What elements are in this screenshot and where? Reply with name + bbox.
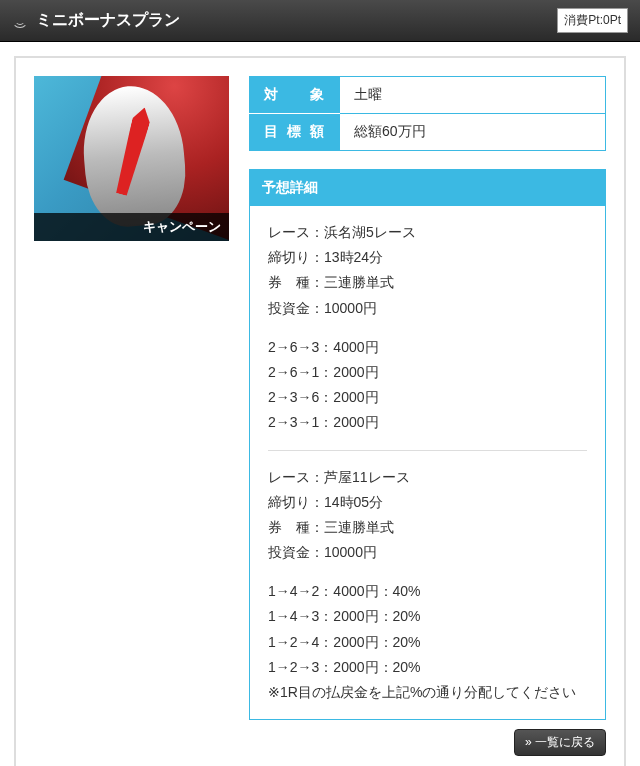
page-title: ミニボーナスプラン: [36, 10, 180, 31]
back-button[interactable]: » 一覧に戻る: [514, 729, 606, 756]
info-value-goal: 総額60万円: [340, 114, 606, 151]
race2-info: レース：芦屋11レース 締切り：14時05分 券 種：三連勝単式 投資金：100…: [268, 465, 587, 566]
header-left: ミニボーナスプラン: [12, 10, 180, 31]
info-value-target: 土曜: [340, 77, 606, 114]
race1-bets: 2→6→3：4000円 2→6→1：2000円 2→3→6：2000円 2→3→…: [268, 335, 587, 436]
content-panel: キャンペーン 対 象 土曜 目標額 総額60万円 予想詳細 レース：浜名湖5レー…: [14, 56, 626, 766]
race2-line: 投資金：10000円: [268, 540, 587, 565]
race1-line: 投資金：10000円: [268, 296, 587, 321]
race2-bets: 1→4→2：4000円：40% 1→4→3：2000円：20% 1→2→4：20…: [268, 579, 587, 705]
race2-line: 締切り：14時05分: [268, 490, 587, 515]
detail-heading: 予想詳細: [250, 170, 605, 206]
race1-line: 券 種：三連勝単式: [268, 270, 587, 295]
info-row-goal: 目標額 総額60万円: [250, 114, 606, 151]
bet-line: 2→3→1：2000円: [268, 410, 587, 435]
info-label-goal: 目標額: [250, 114, 340, 151]
race1-info: レース：浜名湖5レース 締切り：13時24分 券 種：三連勝単式 投資金：100…: [268, 220, 587, 321]
bet-line: 1→2→3：2000円：20%: [268, 655, 587, 680]
plan-thumbnail[interactable]: キャンペーン: [34, 76, 229, 241]
race2-line: 券 種：三連勝単式: [268, 515, 587, 540]
right-column: 対 象 土曜 目標額 総額60万円 予想詳細 レース：浜名湖5レース 締切り：1…: [249, 76, 606, 720]
bet-line: 2→6→1：2000円: [268, 360, 587, 385]
info-row-target: 対 象 土曜: [250, 77, 606, 114]
campaign-badge: キャンペーン: [34, 213, 229, 241]
bet-line: 1→4→2：4000円：40%: [268, 579, 587, 604]
bet-line: 2→6→3：4000円: [268, 335, 587, 360]
content-wrap: キャンペーン 対 象 土曜 目標額 総額60万円 予想詳細 レース：浜名湖5レー…: [0, 42, 640, 766]
left-column: キャンペーン: [34, 76, 229, 241]
detail-box: 予想詳細 レース：浜名湖5レース 締切り：13時24分 券 種：三連勝単式 投資…: [249, 169, 606, 720]
broadcast-icon: [12, 13, 28, 29]
race2-line: レース：芦屋11レース: [268, 465, 587, 490]
race1-line: 締切り：13時24分: [268, 245, 587, 270]
info-label-target: 対 象: [250, 77, 340, 114]
page-header: ミニボーナスプラン 消費Pt:0Pt: [0, 0, 640, 42]
info-table: 対 象 土曜 目標額 総額60万円: [249, 76, 606, 151]
points-badge: 消費Pt:0Pt: [557, 8, 628, 33]
bet-note: ※1R目の払戻金を上記%の通り分配してください: [268, 680, 587, 705]
detail-body: レース：浜名湖5レース 締切り：13時24分 券 種：三連勝単式 投資金：100…: [250, 206, 605, 719]
race1-line: レース：浜名湖5レース: [268, 220, 587, 245]
bet-line: 2→3→6：2000円: [268, 385, 587, 410]
bet-line: 1→2→4：2000円：20%: [268, 630, 587, 655]
divider: [268, 450, 587, 451]
bet-line: 1→4→3：2000円：20%: [268, 604, 587, 629]
